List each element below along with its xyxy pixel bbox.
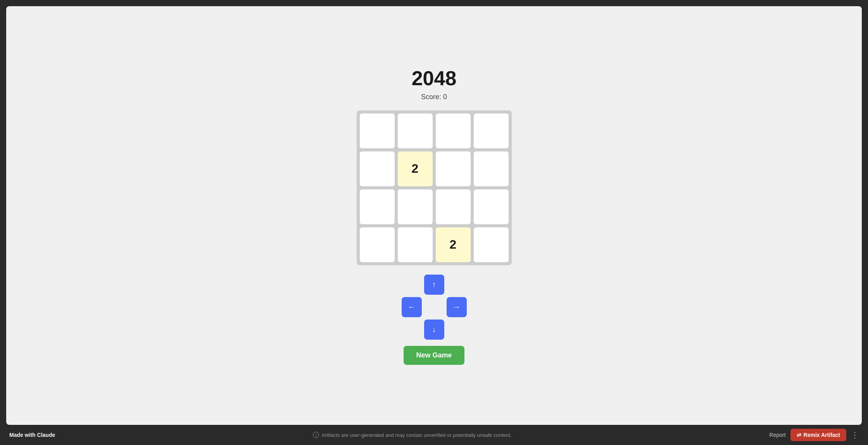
- grid-cell-2-1: [398, 189, 433, 224]
- grid-cell-0-0: [360, 113, 395, 148]
- score-display: Score: 0: [421, 93, 447, 101]
- controls-bottom-row: ↓: [424, 320, 444, 340]
- grid-cell-1-0: [360, 151, 395, 186]
- grid-cell-1-3: [474, 151, 509, 186]
- remix-icon: ⇄: [797, 432, 801, 438]
- grid-cell-0-2: [436, 113, 471, 148]
- grid-cell-0-1: [398, 113, 433, 148]
- grid-cell-3-2: 2: [436, 227, 471, 262]
- grid-cell-2-2: [436, 189, 471, 224]
- remix-label: Remix Artifact: [804, 432, 840, 438]
- new-game-button[interactable]: New Game: [404, 346, 464, 365]
- up-button[interactable]: ↑: [424, 275, 444, 295]
- footer-info: i Artifacts are user-generated and may c…: [313, 432, 511, 438]
- footer-actions: Report ⇄ Remix Artifact ⋮: [770, 429, 859, 441]
- game-grid: 22: [357, 110, 512, 265]
- grid-cell-0-3: [474, 113, 509, 148]
- controls-container: ↑ ← → ↓: [402, 275, 467, 340]
- grid-cell-2-3: [474, 189, 509, 224]
- report-button[interactable]: Report: [770, 432, 786, 438]
- grid-cell-1-1: 2: [398, 151, 433, 186]
- grid-cell-2-0: [360, 189, 395, 224]
- controls-top-row: ↑: [424, 275, 444, 295]
- down-button[interactable]: ↓: [424, 320, 444, 340]
- footer-made-with: Made with Claude: [9, 432, 55, 438]
- footer: Made with Claude i Artifacts are user-ge…: [0, 425, 868, 445]
- right-button[interactable]: →: [447, 297, 467, 317]
- info-icon: i: [313, 432, 319, 438]
- grid-cell-1-2: [436, 151, 471, 186]
- grid-cell-3-3: [474, 227, 509, 262]
- game-title: 2048: [412, 67, 457, 90]
- more-options-button[interactable]: ⋮: [851, 430, 859, 440]
- game-container: 2048 Score: 0 22 ↑ ← → ↓ New Game: [6, 6, 862, 425]
- remix-button[interactable]: ⇄ Remix Artifact: [790, 429, 846, 441]
- footer-claude: Claude: [37, 432, 55, 438]
- footer-made-with-text: Made with: [9, 432, 37, 438]
- left-button[interactable]: ←: [402, 297, 422, 317]
- grid-cell-3-0: [360, 227, 395, 262]
- controls-middle-row: ← →: [402, 297, 467, 317]
- grid-cell-3-1: [398, 227, 433, 262]
- footer-info-text: Artifacts are user-generated and may con…: [321, 432, 511, 438]
